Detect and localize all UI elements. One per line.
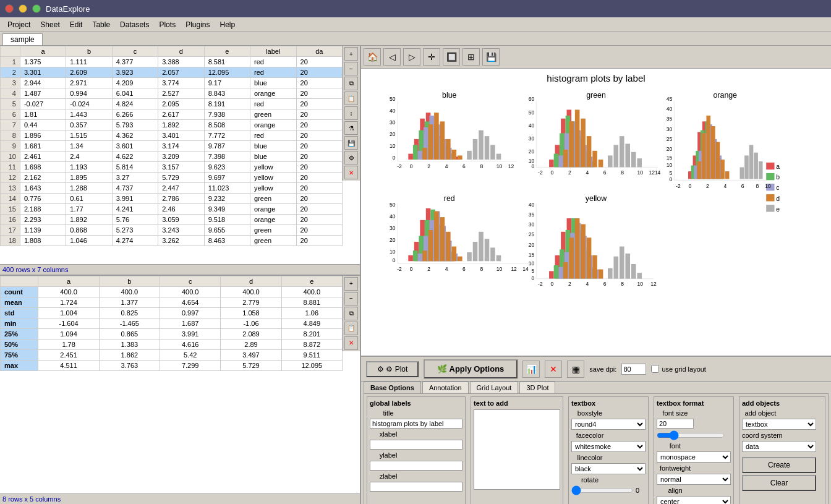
use-grid-layout-label[interactable]: use grid layout [651, 365, 706, 373]
table-cell[interactable]: 1.487 [20, 88, 66, 99]
table-row[interactable]: 152.1881.774.2412.469.349orange20 [1, 204, 343, 215]
table-cell[interactable]: 2.786 [158, 194, 204, 204]
stats-cell[interactable]: 2.779 [221, 297, 281, 307]
plot-back-btn[interactable]: ◁ [383, 48, 401, 66]
table-row[interactable]: 181.8081.0464.2743.2628.463green20 [1, 236, 343, 246]
table-cell[interactable]: green [250, 194, 296, 204]
table-cell[interactable]: 1.892 [66, 215, 112, 225]
table-cell[interactable]: 3.209 [158, 152, 204, 162]
table-cell[interactable]: green [250, 236, 296, 246]
table-cell[interactable]: 4.241 [112, 204, 158, 215]
stats-cell[interactable]: 2.451 [38, 349, 99, 360]
table-cell[interactable]: 11.023 [204, 183, 250, 194]
table-cell[interactable]: 9.697 [204, 173, 250, 183]
menu-help[interactable]: Help [215, 19, 241, 30]
stats-col-d[interactable]: d [221, 276, 281, 286]
stats-row[interactable]: count400.0400.0400.0400.0400.0 [1, 286, 343, 297]
stats-cell[interactable]: -1.06 [221, 318, 281, 328]
stats-cell[interactable]: 0.865 [99, 328, 160, 339]
table-cell[interactable]: 2.944 [20, 78, 66, 88]
table-cell[interactable]: 2.162 [20, 173, 66, 183]
add-object-select[interactable]: textbox arrow line [742, 419, 816, 430]
table-cell[interactable]: 20 [296, 120, 342, 130]
zlabel-input[interactable] [370, 482, 462, 492]
stats-scroll[interactable]: a b c d e count400.0400.0400.0400.0400.0… [0, 276, 343, 443]
table-cell[interactable]: 1.896 [20, 130, 66, 141]
stats-row-label[interactable]: 75% [1, 349, 38, 360]
table-cell[interactable]: 20 [296, 88, 342, 99]
stats-cell[interactable]: 4.511 [38, 360, 99, 370]
table-cell[interactable]: 20 [296, 78, 342, 88]
plot-save-btn[interactable]: 💾 [482, 48, 500, 66]
stats-copy-btn[interactable]: ⧉ [344, 307, 358, 320]
stats-col-e[interactable]: e [281, 276, 342, 286]
linecolor-select[interactable]: black red blue [571, 463, 646, 474]
stats-cell[interactable]: 1.862 [99, 349, 160, 360]
table-cell[interactable]: 4.362 [112, 130, 158, 141]
stats-cell[interactable]: 2.089 [221, 328, 281, 339]
stats-cell[interactable]: 1.687 [160, 318, 221, 328]
xlabel-input[interactable] [370, 440, 462, 450]
table-cell[interactable]: 5.729 [158, 173, 204, 183]
stats-row-label[interactable]: mean [1, 297, 38, 307]
col-da[interactable]: da [296, 46, 342, 57]
table-copy-btn[interactable]: ⧉ [344, 77, 358, 90]
table-cell[interactable]: 1.81 [20, 109, 66, 120]
table-row[interactable]: 11.3751.1114.3773.3888.581red20 [1, 57, 343, 67]
table-cell[interactable]: 1.193 [66, 162, 112, 173]
stats-col-b[interactable]: b [99, 276, 160, 286]
stats-row[interactable]: 25%1.0940.8653.9912.0898.201 [1, 328, 343, 339]
table-cell[interactable]: 8.843 [204, 88, 250, 99]
table-cell[interactable]: 20 [296, 204, 342, 215]
stats-cell[interactable]: 1.78 [38, 339, 99, 349]
table-cell[interactable]: 1.643 [20, 183, 66, 194]
table-cell[interactable]: 2.057 [158, 67, 204, 78]
stats-del-btn[interactable]: − [344, 292, 358, 305]
table-cell[interactable]: 2.609 [66, 67, 112, 78]
table-cell[interactable]: yellow [250, 173, 296, 183]
table-cell[interactable]: 4.824 [112, 99, 158, 109]
close-btn[interactable] [5, 4, 14, 13]
table-add-row-btn[interactable]: + [344, 47, 358, 61]
title-input[interactable] [370, 419, 462, 429]
table-cell[interactable]: 20 [296, 215, 342, 225]
stats-row[interactable]: 75%2.4511.8625.423.4979.511 [1, 349, 343, 360]
col-b[interactable]: b [66, 46, 112, 57]
table-cell[interactable]: 1.892 [158, 120, 204, 130]
stats-cell[interactable]: 1.383 [99, 339, 160, 349]
table-row[interactable]: 91.6811.343.6013.1749.787blue20 [1, 141, 343, 152]
stats-cell[interactable]: 400.0 [99, 286, 160, 297]
maximize-btn[interactable] [32, 4, 41, 13]
table-cell[interactable]: 20 [296, 109, 342, 120]
table-row[interactable]: 81.8961.5154.3623.4017.772red20 [1, 130, 343, 141]
table-cell[interactable]: 4.209 [112, 78, 158, 88]
table-cell[interactable]: 4.274 [112, 236, 158, 246]
table-cell[interactable]: 3.301 [20, 67, 66, 78]
table-cell[interactable]: 7.938 [204, 109, 250, 120]
table-row[interactable]: 41.4870.9946.0412.5278.843orange20 [1, 88, 343, 99]
plot-zoom-btn[interactable]: 🔲 [443, 48, 460, 66]
table-del-row-btn[interactable]: − [344, 62, 358, 75]
table-cell[interactable]: orange [250, 120, 296, 130]
table-cell[interactable]: 0.868 [66, 225, 112, 236]
table-cell[interactable]: 7.398 [204, 152, 250, 162]
table-cell[interactable]: 2.188 [20, 204, 66, 215]
table-cell[interactable]: 7.772 [204, 130, 250, 141]
stats-cell[interactable]: 2.89 [221, 339, 281, 349]
col-c[interactable]: c [112, 46, 158, 57]
table-cell[interactable]: 9.623 [204, 162, 250, 173]
table-cell[interactable]: 1.139 [20, 225, 66, 236]
table-cell[interactable]: 9.232 [204, 194, 250, 204]
stats-row[interactable]: mean1.7241.3774.6542.7798.881 [1, 297, 343, 307]
stats-cell[interactable]: 4.616 [160, 339, 221, 349]
boxstyle-select[interactable]: round4 square round [571, 419, 646, 430]
table-cell[interactable]: 20 [296, 57, 342, 67]
table-cell[interactable]: 3.174 [158, 141, 204, 152]
stats-row[interactable]: max4.5113.7637.2995.72912.095 [1, 360, 343, 370]
stats-row-label[interactable]: min [1, 318, 38, 328]
table-cell[interactable]: 3.991 [112, 194, 158, 204]
stats-cell[interactable]: 5.42 [160, 349, 221, 360]
minimize-btn[interactable] [19, 4, 27, 13]
table-cell[interactable]: 9.17 [204, 78, 250, 88]
table-cell[interactable]: 4.737 [112, 183, 158, 194]
